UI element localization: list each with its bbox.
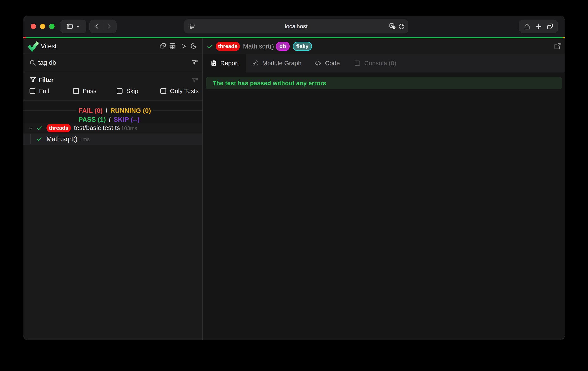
checkbox[interactable] (160, 88, 166, 94)
filter-title: Filter (38, 76, 53, 83)
filter-checkbox-pass[interactable]: Pass (73, 88, 96, 94)
forward-button[interactable] (103, 23, 115, 30)
search-icon (29, 59, 37, 68)
checkbox[interactable] (73, 88, 79, 94)
vitest-ui: Vitest (23, 38, 565, 340)
sidebar-toggle-button[interactable] (60, 20, 86, 33)
browser-window: localhost (23, 16, 565, 340)
running-count: RUNNING (0) (110, 107, 151, 114)
chevron-down-icon (76, 24, 81, 29)
details-header: threads Math.sqrt() db flaky (203, 38, 565, 54)
test-case-row[interactable]: Math.sqrt() 1ms (23, 133, 202, 145)
pass-banner: The test has passed without any errors (206, 77, 562, 89)
url-text: localhost (184, 23, 408, 30)
progress-passed-segment (26, 37, 563, 38)
summary-line-1: FAIL (0) / RUNNING (0) (76, 107, 153, 114)
history-nav-group (89, 20, 116, 33)
details-panel: threads Math.sqrt() db flaky (203, 38, 565, 340)
filter-section: Filter Fail Pass Skip (23, 71, 202, 101)
sidebar-header: Vitest (23, 38, 202, 54)
run-progress-bar (23, 37, 565, 38)
tab-module-graph[interactable]: Module Graph (252, 54, 301, 72)
pass-count: PASS (1) (79, 116, 106, 123)
run-all-icon[interactable] (179, 42, 187, 50)
tab-label: Report (220, 60, 239, 67)
filter-checkbox-only-tests[interactable]: Only Tests (160, 88, 199, 94)
fail-count: FAIL (0) (79, 107, 103, 114)
tab-label: Console (0) (364, 60, 396, 67)
clear-search-filter-icon[interactable] (191, 59, 199, 67)
vitest-logo (27, 40, 39, 53)
tab-console[interactable]: Console (0) (354, 54, 396, 72)
selected-test-name: Math.sqrt() (243, 43, 274, 50)
pass-check-icon (206, 43, 213, 50)
checkbox-label: Fail (39, 88, 49, 94)
share-icon[interactable] (524, 23, 531, 30)
checkbox[interactable] (117, 88, 123, 94)
dark-mode-icon[interactable] (189, 42, 197, 50)
translate-icon[interactable] (389, 23, 396, 30)
test-case-duration: 1ms (80, 136, 90, 143)
tab-label: Code (325, 60, 340, 67)
run-summary: FAIL (0) / RUNNING (0) PASS (1) / SKIP (… (23, 101, 202, 122)
tag-badge-flaky[interactable]: flaky (293, 42, 312, 51)
separator: / (105, 107, 107, 114)
test-file-duration: 103ms (121, 125, 137, 131)
funnel-icon (29, 76, 37, 85)
test-case-name: Math.sqrt() (46, 135, 77, 143)
test-file-row[interactable]: threads test/basic.test.ts 103ms (23, 122, 202, 133)
minimize-window-button[interactable] (40, 24, 45, 29)
tab-code[interactable]: Code (314, 54, 340, 72)
tab-report[interactable]: Report (203, 54, 246, 72)
page-settings-icon[interactable] (189, 23, 196, 30)
address-bar[interactable]: localhost (184, 20, 408, 33)
browser-toolbar: localhost (23, 16, 565, 37)
separator: / (109, 116, 111, 123)
back-button[interactable] (91, 23, 103, 30)
filter-checkbox-skip[interactable]: Skip (117, 88, 138, 94)
search-bar (23, 54, 202, 71)
app-title: Vitest (41, 42, 57, 50)
open-external-icon[interactable] (554, 42, 561, 51)
clear-filter-icon[interactable] (191, 77, 199, 85)
progress-failed-segment (23, 37, 26, 38)
progress-pending-segment (563, 37, 565, 38)
tab-label: Module Graph (262, 60, 301, 67)
panels-icon[interactable] (159, 42, 167, 50)
toolbar-actions-group (519, 20, 558, 33)
summary-line-2: PASS (1) / SKIP (--) (76, 116, 142, 123)
chevron-down-icon[interactable] (28, 126, 33, 132)
pass-check-icon (36, 125, 43, 132)
checkbox[interactable] (30, 88, 35, 94)
tab-overview-icon[interactable] (546, 23, 554, 30)
pool-badge: threads (216, 42, 240, 51)
indent-guide (30, 134, 31, 144)
dashboard-icon[interactable] (169, 42, 176, 50)
sidebar: Vitest (23, 38, 202, 340)
sidebar-icon (66, 23, 74, 30)
new-tab-icon[interactable] (535, 23, 542, 30)
zoom-window-button[interactable] (49, 24, 54, 29)
filter-checkbox-fail[interactable]: Fail (30, 88, 49, 94)
tag-badge-db[interactable]: db (276, 42, 290, 51)
pool-badge: threads (46, 124, 71, 132)
checkbox-label: Skip (126, 88, 138, 94)
pass-banner-text: The test has passed without any errors (213, 80, 326, 87)
pass-check-icon (36, 136, 42, 143)
search-input[interactable] (38, 58, 183, 68)
checkbox-label: Pass (83, 88, 96, 94)
reload-icon[interactable] (398, 23, 405, 30)
test-file-name: test/basic.test.ts (74, 124, 120, 132)
checkbox-label: Only Tests (170, 88, 199, 94)
skip-count: SKIP (--) (114, 116, 140, 123)
tab-bar: Report Module Graph Code (203, 54, 565, 72)
close-window-button[interactable] (31, 24, 36, 29)
